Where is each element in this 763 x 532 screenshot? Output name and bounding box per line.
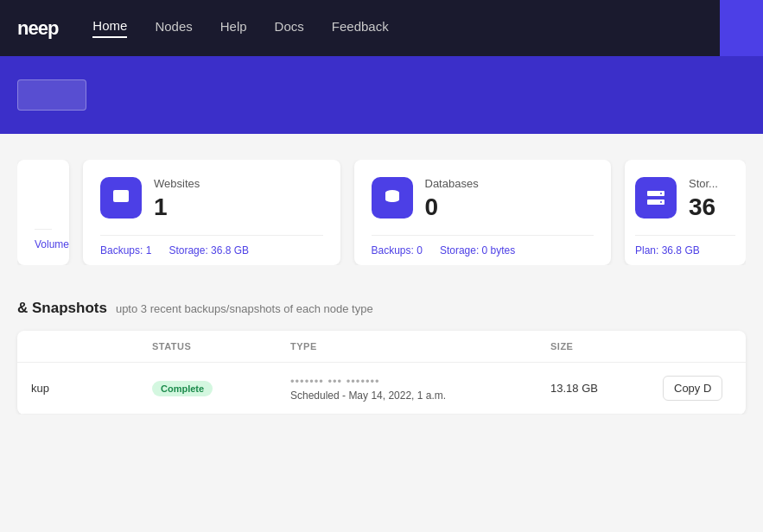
backups-table: STATUS TYPE SIZE kup Complete ••••••• ••… <box>17 331 746 415</box>
stat-card-top-websites: Websites 1 <box>100 177 323 221</box>
row-action[interactable]: Copy D <box>663 376 732 401</box>
websites-value: 1 <box>154 193 200 221</box>
stat-card-partial: Volumes: 0 <box>17 160 69 265</box>
databases-label: Databases <box>425 177 479 190</box>
navbar: neep Home Nodes Help Docs Feedback <box>0 0 763 56</box>
stat-card-databases: Databases 0 Backups: 0 Storage: 0 bytes <box>354 160 612 265</box>
logo: neep <box>17 17 58 40</box>
storage-value: 36 <box>689 193 718 221</box>
websites-icon <box>100 177 142 218</box>
websites-footer: Backups: 1 Storage: 36.8 GB <box>100 235 323 265</box>
storage-footer: Plan: 36.8 GB <box>635 235 735 265</box>
svg-point-5 <box>660 201 662 203</box>
type-schedule: Scheduled - May 14, 2022, 1 a.m. <box>290 390 550 402</box>
databases-storage[interactable]: Storage: 0 bytes <box>440 244 515 256</box>
storage-label: Stor... <box>689 177 718 190</box>
backups-subtitle: upto 3 recent backups/snapshots of each … <box>116 302 373 315</box>
nav-home[interactable]: Home <box>92 18 127 38</box>
type-name: ••••••• ••• ••••••• <box>290 375 550 388</box>
databases-footer: Backups: 0 Storage: 0 bytes <box>372 235 595 265</box>
hero-banner <box>0 56 763 134</box>
col-name <box>31 341 152 352</box>
websites-storage[interactable]: Storage: 36.8 GB <box>168 244 249 256</box>
volumes-footer: Volumes: 0 <box>35 229 52 259</box>
stat-card-top-storage: Stor... 36 <box>635 177 735 221</box>
stat-card-storage: Stor... 36 Plan: 36.8 GB <box>625 160 746 265</box>
col-size: SIZE <box>550 341 663 352</box>
databases-icon <box>372 177 413 218</box>
storage-plan[interactable]: Plan: 36.8 GB <box>635 244 700 256</box>
backups-section: & Snapshots upto 3 recent backups/snapsh… <box>0 282 763 415</box>
stat-info-websites: Websites 1 <box>154 177 200 221</box>
row-type: ••••••• ••• ••••••• Scheduled - May 14, … <box>290 375 550 402</box>
col-action <box>663 341 732 352</box>
hero-input[interactable] <box>17 79 86 111</box>
backups-title: & Snapshots <box>17 300 107 317</box>
stat-card-websites: Websites 1 Backups: 1 Storage: 36.8 GB <box>83 160 340 265</box>
storage-icon <box>635 177 677 218</box>
svg-rect-0 <box>113 190 129 202</box>
col-type: TYPE <box>290 341 550 352</box>
databases-backups[interactable]: Backups: 0 <box>372 244 423 256</box>
stats-section: Volumes: 0 Websites 1 Backups: 1 Storage… <box>0 134 763 282</box>
stat-card-top-databases: Databases 0 <box>372 177 595 221</box>
table-row: kup Complete ••••••• ••• ••••••• Schedul… <box>17 363 746 415</box>
nav-feedback[interactable]: Feedback <box>332 19 389 37</box>
stat-info-storage: Stor... 36 <box>689 177 718 221</box>
volumes-label: Volumes: 0 <box>35 238 69 250</box>
copy-button[interactable]: Copy D <box>663 376 722 401</box>
col-status: STATUS <box>152 341 290 352</box>
row-size: 13.18 GB <box>550 382 663 395</box>
nav-help[interactable]: Help <box>220 19 247 37</box>
stat-info-databases: Databases 0 <box>425 177 479 221</box>
nav-nodes[interactable]: Nodes <box>155 19 192 37</box>
row-status: Complete <box>152 381 290 396</box>
websites-backups[interactable]: Backups: 1 <box>100 244 151 256</box>
status-badge: Complete <box>152 381 213 396</box>
row-name: kup <box>31 382 152 395</box>
databases-value: 0 <box>425 193 479 221</box>
nav-docs[interactable]: Docs <box>275 19 304 37</box>
stats-row: Volumes: 0 Websites 1 Backups: 1 Storage… <box>17 160 746 265</box>
table-header: STATUS TYPE SIZE <box>17 331 746 363</box>
websites-label: Websites <box>154 177 200 190</box>
backups-header: & Snapshots upto 3 recent backups/snapsh… <box>17 300 746 317</box>
navbar-right-button[interactable] <box>720 0 763 56</box>
svg-point-4 <box>660 193 662 194</box>
nav-links: Home Nodes Help Docs Feedback <box>92 18 388 38</box>
